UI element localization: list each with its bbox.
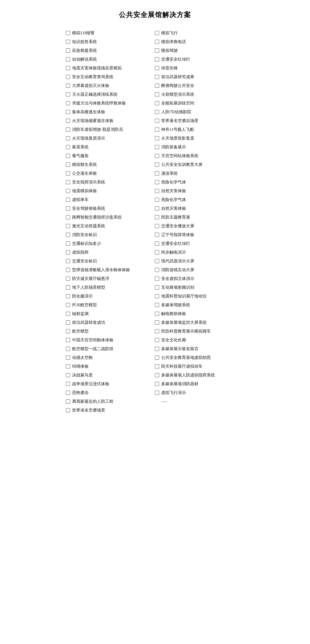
checkbox-right-17[interactable] xyxy=(155,180,159,184)
checkbox-right-8[interactable] xyxy=(155,101,159,105)
checkbox-right-2[interactable] xyxy=(155,49,159,53)
checkbox-left-27[interactable] xyxy=(66,268,70,272)
item-label: 互动展项射频识别 xyxy=(161,284,194,291)
checkbox-left-36[interactable] xyxy=(66,347,70,351)
item-label: 大屏幕虚拟灭火体验 xyxy=(72,83,109,89)
checkbox-left-8[interactable] xyxy=(66,101,70,105)
checkbox-left-17[interactable] xyxy=(66,180,70,184)
checkbox-right-39[interactable] xyxy=(155,373,159,377)
checkbox-left-29[interactable] xyxy=(66,285,70,289)
checkbox-left-32[interactable] xyxy=(66,312,70,316)
checkbox-right-7[interactable] xyxy=(155,92,159,96)
checkbox-right-26[interactable] xyxy=(155,259,159,263)
checkbox-left-7[interactable] xyxy=(66,92,70,96)
item-label: 航空模型 xyxy=(72,328,89,334)
checkbox-left-39[interactable] xyxy=(66,373,70,377)
checkbox-right-15[interactable] xyxy=(155,163,159,167)
checkbox-left-31[interactable] xyxy=(66,303,70,307)
list-item: 安全指挥演示系统 xyxy=(66,178,155,187)
checkbox-left-21[interactable] xyxy=(66,215,70,219)
checkbox-left-12[interactable] xyxy=(66,136,70,140)
checkbox-left-2[interactable] xyxy=(66,49,70,53)
list-item: 前沿武器研究成果 xyxy=(155,73,244,81)
checkbox-left-14[interactable] xyxy=(66,154,70,158)
checkbox-right-28[interactable] xyxy=(155,277,159,281)
checkbox-right-20[interactable] xyxy=(155,206,159,211)
checkbox-left-22[interactable] xyxy=(66,224,70,228)
checkbox-right-5[interactable] xyxy=(155,75,159,79)
checkbox-left-41[interactable] xyxy=(66,391,70,395)
checkbox-left-3[interactable] xyxy=(66,57,70,61)
checkbox-right-12[interactable] xyxy=(155,136,159,140)
checkbox-left-18[interactable] xyxy=(66,189,70,193)
checkbox-left-1[interactable] xyxy=(66,40,70,44)
checkbox-right-25[interactable] xyxy=(155,250,159,254)
checkbox-left-40[interactable] xyxy=(66,382,70,386)
checkbox-right-22[interactable] xyxy=(155,224,159,228)
checkbox-right-29[interactable] xyxy=(155,285,159,289)
checkbox-left-30[interactable] xyxy=(66,294,70,298)
checkbox-left-25[interactable] xyxy=(66,250,70,254)
checkbox-left-5[interactable] xyxy=(66,75,70,79)
checkbox-right-0[interactable] xyxy=(155,31,159,35)
item-label: 防化服演示 xyxy=(72,293,93,299)
checkbox-right-13[interactable] xyxy=(155,145,159,149)
list-item: 决战索马里 xyxy=(66,371,155,380)
checkbox-left-24[interactable] xyxy=(66,242,70,246)
checkbox-right-27[interactable] xyxy=(155,268,159,272)
checkbox-right-9[interactable] xyxy=(155,110,159,114)
checkbox-right-10[interactable] xyxy=(155,119,159,123)
checkbox-right-4[interactable] xyxy=(155,66,159,70)
checkbox-left-38[interactable] xyxy=(66,364,70,368)
checkbox-left-35[interactable] xyxy=(66,338,70,342)
checkbox-right-36[interactable] xyxy=(155,347,159,351)
checkbox-right-35[interactable] xyxy=(155,338,159,342)
checkbox-left-26[interactable] xyxy=(66,259,70,263)
checkbox-right-1[interactable] xyxy=(155,40,159,44)
checkbox-left-15[interactable] xyxy=(66,163,70,167)
checkbox-right-33[interactable] xyxy=(155,320,159,325)
item-label: 世界准名空袭场景 xyxy=(72,407,105,413)
checkbox-right-6[interactable] xyxy=(155,84,159,88)
list-item: 防灾科技展厅虚拟动车 xyxy=(155,362,244,371)
checkbox-right-19[interactable] xyxy=(155,198,159,202)
checkbox-left-11[interactable] xyxy=(66,127,70,132)
checkbox-left-42[interactable] xyxy=(66,399,70,404)
checkbox-right-24[interactable] xyxy=(155,242,159,246)
checkbox-left-4[interactable] xyxy=(66,66,70,70)
checkbox-right-14[interactable] xyxy=(155,154,159,158)
checkbox-right-21[interactable] xyxy=(155,215,159,219)
list-item: 航空模型一战二战阶段 xyxy=(66,344,155,353)
checkbox-left-10[interactable] xyxy=(66,119,70,123)
checkbox-right-16[interactable] xyxy=(155,171,159,175)
checkbox-right-3[interactable] xyxy=(155,57,159,61)
checkbox-left-20[interactable] xyxy=(66,206,70,211)
checkbox-right-32[interactable] xyxy=(155,312,159,316)
checkbox-right-30[interactable] xyxy=(155,294,159,298)
checkbox-left-9[interactable] xyxy=(66,110,70,114)
checkbox-right-37[interactable] xyxy=(155,356,159,360)
checkbox-right-34[interactable] xyxy=(155,329,159,333)
checkbox-right-41[interactable] xyxy=(155,391,159,395)
item-label: 模拟救生系统 xyxy=(72,162,97,168)
checkbox-left-23[interactable] xyxy=(66,233,70,237)
checkbox-left-34[interactable] xyxy=(66,329,70,333)
checkbox-left-28[interactable] xyxy=(66,277,70,281)
checkbox-right-23[interactable] xyxy=(155,233,159,237)
list-item: 离我家最近的人防工程 xyxy=(66,397,155,406)
checkbox-right-18[interactable] xyxy=(155,189,159,193)
checkbox-left-13[interactable] xyxy=(66,145,70,149)
checkbox-left-37[interactable] xyxy=(66,356,70,360)
checkbox-left-19[interactable] xyxy=(66,198,70,202)
checkbox-left-33[interactable] xyxy=(66,320,70,325)
checkbox-right-31[interactable] xyxy=(155,303,159,307)
checkbox-left-43[interactable] xyxy=(66,408,70,412)
checkbox-left-16[interactable] xyxy=(66,171,70,175)
checkbox-right-11[interactable] xyxy=(155,127,159,132)
checkbox-left-6[interactable] xyxy=(66,84,70,88)
item-label: 多媒体驾驶系统 xyxy=(161,302,190,308)
checkbox-right-38[interactable] xyxy=(155,364,159,368)
checkbox-right-40[interactable] xyxy=(155,382,159,386)
list-item: 多媒体驾驶系统 xyxy=(155,301,244,309)
checkbox-left-0[interactable] xyxy=(66,31,70,35)
